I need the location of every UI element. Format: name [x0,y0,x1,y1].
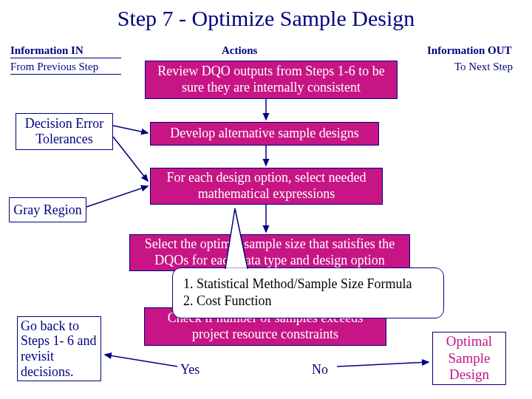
output-optimal-sample-design: Optimal Sample Design [432,332,506,385]
action-optimal-size: Select the optimal sample size that sati… [129,234,410,271]
callout-line-1: 1. Statistical Method/Sample Size Formul… [183,276,433,293]
input-gray-region: Gray Region [9,197,86,222]
divider [10,74,121,75]
callout-line-2: 2. Cost Function [183,293,433,310]
svg-line-5 [86,186,148,207]
input-decision-error-tolerances: Decision Error Tolerances [16,113,113,150]
subheader-from-prev: From Previous Step [10,61,98,73]
decision-yes: Yes [180,362,200,378]
svg-line-4 [113,137,148,181]
svg-line-3 [113,126,148,133]
decision-no: No [312,362,328,378]
action-select-expr: For each design option, select needed ma… [150,168,383,205]
svg-line-6 [105,355,177,366]
input-go-back: Go back to Steps 1- 6 and revisit decisi… [17,316,101,381]
header-info-out: Information OUT [427,44,512,57]
header-actions: Actions [222,44,257,57]
callout-methods: 1. Statistical Method/Sample Size Formul… [172,267,444,318]
header-info-in: Information IN [10,44,83,57]
action-develop-alt: Develop alternative sample designs [150,122,379,146]
subheader-to-next: To Next Step [454,61,513,73]
svg-line-7 [337,362,429,366]
slide-title: Step 7 - Optimize Sample Design [0,6,532,31]
action-review-dqo: Review DQO outputs from Steps 1-6 to be … [145,61,398,99]
divider [10,58,121,58]
